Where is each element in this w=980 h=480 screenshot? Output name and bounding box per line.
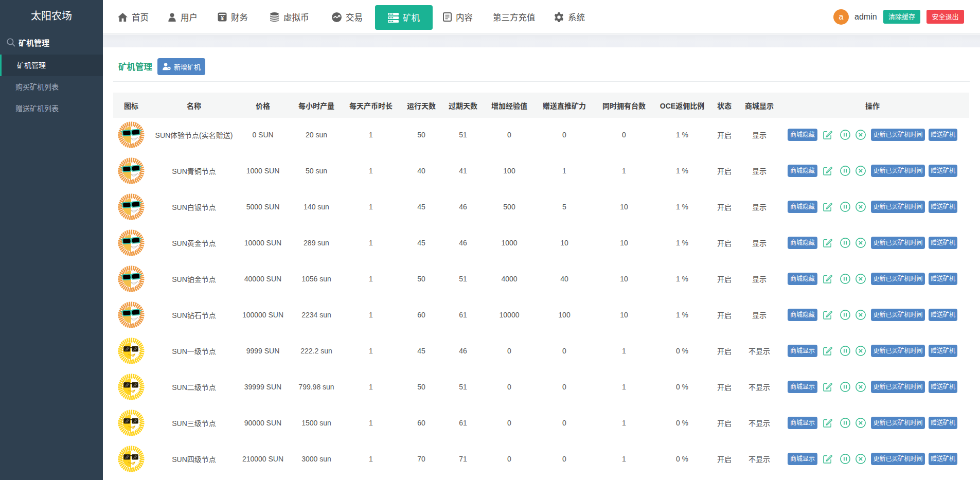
- svg-text:¥: ¥: [221, 15, 224, 21]
